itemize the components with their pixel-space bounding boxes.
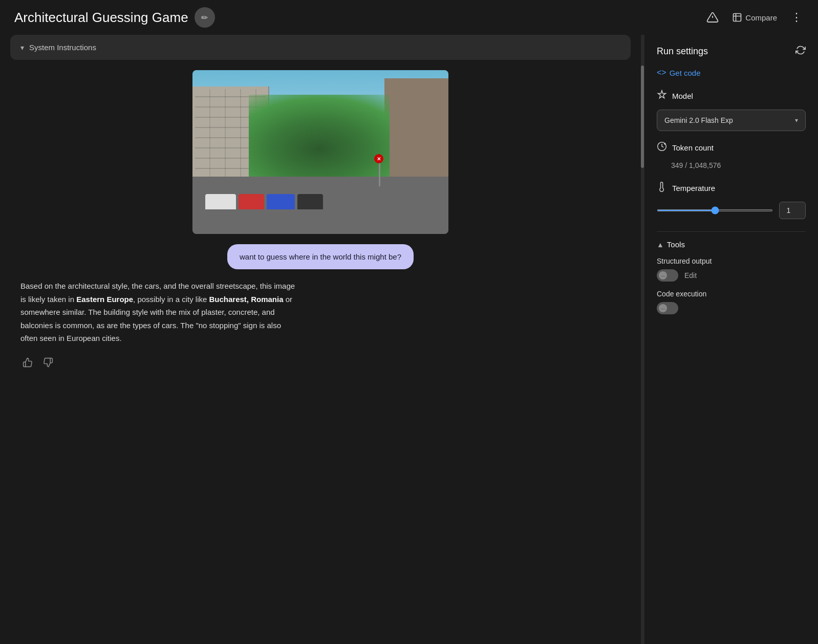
refresh-icon (795, 45, 806, 55)
run-settings-title: Run settings (657, 46, 708, 57)
tools-header[interactable]: ▲ Tools (657, 240, 806, 249)
structured-output-label: Structured output (657, 257, 806, 265)
car-blue (267, 194, 295, 209)
scroll-thumb (641, 66, 644, 168)
thumbs-up-button[interactable] (20, 355, 35, 372)
model-section: Model Gemini 2.0 Flash Exp ▾ (657, 90, 806, 131)
no-stopping-sign: ✕ (374, 154, 383, 163)
refresh-button[interactable] (795, 45, 806, 58)
edit-pencil-icon: ✏ (201, 13, 208, 23)
ai-text-2: , possibly in a city like (133, 295, 209, 304)
header-right: Compare ⋮ (703, 8, 806, 27)
token-section-header: Token count (657, 141, 806, 154)
tree-group (249, 95, 390, 185)
chat-area: ✕ want to guess where in the world this … (10, 70, 631, 372)
more-options-button[interactable]: ⋮ (787, 8, 806, 27)
thermometer-icon (657, 182, 667, 192)
compare-icon (732, 12, 742, 23)
edit-title-button[interactable]: ✏ (195, 7, 215, 28)
code-brackets-icon: <> (657, 68, 666, 77)
ai-bold-2: Bucharest, Romania (209, 295, 283, 304)
sparkle-icon (657, 90, 667, 100)
left-panel: ▾ System Instructions (0, 35, 641, 644)
car-red (239, 194, 264, 209)
user-message-bubble: want to guess where in the world this mi… (227, 244, 414, 269)
temperature-title: Temperature (672, 184, 715, 192)
temperature-slider[interactable] (657, 209, 773, 211)
model-section-header: Model (657, 90, 806, 102)
top-header: Architectural Guessing Game ✏ Compare ⋮ (0, 0, 818, 35)
model-selected-value: Gemini 2.0 Flash Exp (664, 116, 733, 124)
toggle-knob (659, 271, 667, 280)
code-execution-row (657, 302, 806, 314)
sign-pole (379, 163, 380, 186)
temperature-section-header: Temperature (657, 182, 806, 195)
system-instructions-bar[interactable]: ▾ System Instructions (10, 35, 631, 60)
temperature-controls (657, 202, 806, 219)
more-icon: ⋮ (791, 11, 802, 24)
thumbs-down-icon (43, 357, 53, 368)
token-count-title: Token count (672, 143, 714, 152)
get-code-label: Get code (670, 69, 701, 77)
car-dark (297, 194, 323, 209)
model-section-title: Model (672, 92, 693, 100)
main-layout: ▾ System Instructions (0, 35, 818, 644)
run-settings-header: Run settings (657, 45, 806, 58)
chevron-down-icon: ▾ (20, 44, 24, 52)
temperature-section: Temperature (657, 182, 806, 219)
feedback-icons (15, 355, 626, 372)
header-left: Architectural Guessing Game ✏ (14, 7, 215, 28)
code-execution-toggle[interactable] (657, 302, 678, 314)
right-panel: Run settings <> Get code (644, 35, 818, 644)
code-execution-item: Code execution (657, 290, 806, 314)
tools-section: ▲ Tools Structured output Edit Code exec… (657, 240, 806, 314)
app-title: Architectural Guessing Game (14, 10, 188, 26)
section-divider (657, 231, 806, 232)
temperature-icon (657, 182, 667, 195)
street-image-container: ✕ (15, 70, 626, 234)
get-code-button[interactable]: <> Get code (657, 68, 701, 77)
system-instructions-label: System Instructions (29, 43, 96, 52)
car-row (205, 194, 410, 209)
compare-label: Compare (745, 13, 777, 22)
structured-output-item: Structured output Edit (657, 257, 806, 282)
code-execution-knob (659, 304, 667, 312)
tools-title: Tools (667, 240, 685, 249)
structured-output-edit-button[interactable]: Edit (684, 271, 697, 280)
structured-output-row: Edit (657, 269, 806, 282)
compare-button[interactable]: Compare (732, 12, 777, 23)
thumbs-up-icon (23, 357, 33, 368)
thumbs-down-button[interactable] (41, 355, 55, 372)
scroll-divider[interactable] (641, 35, 644, 644)
alert-icon-button[interactable] (703, 8, 722, 27)
model-icon (657, 90, 667, 102)
ai-response: Based on the architectural style, the ca… (15, 280, 302, 345)
clock-plus-icon (657, 141, 667, 152)
street-sign: ✕ (374, 154, 384, 185)
token-icon (657, 141, 667, 154)
street-image: ✕ (192, 70, 448, 234)
dropdown-arrow-icon: ▾ (795, 117, 798, 124)
token-count-value: 349 / 1,048,576 (657, 161, 806, 169)
model-dropdown[interactable]: Gemini 2.0 Flash Exp ▾ (657, 110, 806, 131)
code-execution-label: Code execution (657, 290, 806, 298)
token-count-section: Token count 349 / 1,048,576 (657, 141, 806, 169)
ai-bold-1: Eastern Europe (76, 295, 133, 304)
temperature-input[interactable] (779, 202, 806, 219)
tools-chevron-icon: ▲ (657, 241, 664, 249)
car-white (205, 194, 236, 209)
triangle-alert-icon (706, 11, 719, 24)
structured-output-toggle[interactable] (657, 269, 678, 282)
